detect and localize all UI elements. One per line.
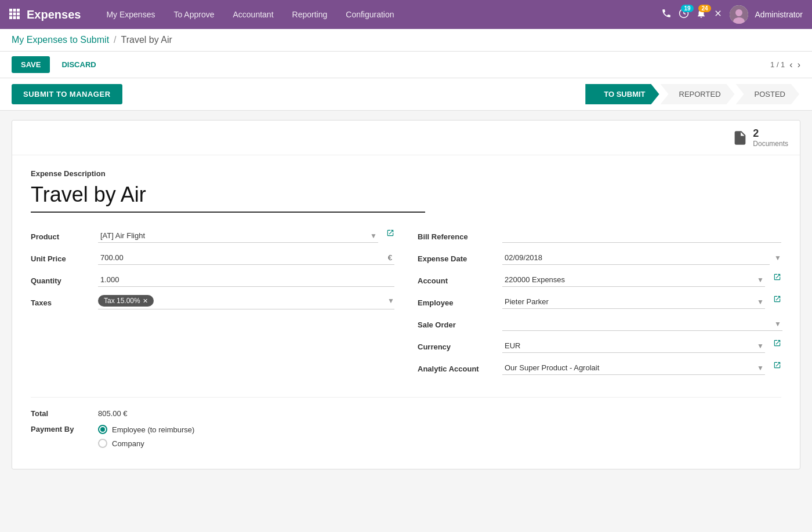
account-external-link-icon[interactable] [773, 273, 781, 283]
breadcrumb-parent[interactable]: My Expenses to Submit [12, 35, 109, 45]
total-row: Total 805.00 € [31, 409, 781, 418]
employee-label: Employee [418, 295, 493, 307]
svg-point-11 [735, 9, 742, 16]
pagination-prev[interactable]: ‹ [789, 60, 792, 70]
payment-company-radio[interactable] [98, 439, 107, 448]
totals-section: Total 805.00 € Payment By Employee (to r… [31, 397, 781, 448]
expense-date-input[interactable] [502, 251, 770, 265]
currency-control: EUR ▼ [502, 339, 764, 353]
svg-rect-4 [13, 12, 16, 15]
menu-accountant[interactable]: Accountant [225, 6, 282, 23]
sale-order-label: Sale Order [418, 317, 493, 329]
pagination-count: 1 / 1 [770, 60, 785, 69]
taxes-label: Taxes [31, 295, 89, 307]
svg-rect-2 [17, 9, 20, 12]
bill-ref-row: Bill Reference [418, 229, 781, 243]
currency-select[interactable]: EUR [502, 339, 765, 353]
product-select[interactable]: [AT] Air Flight [98, 229, 378, 243]
product-external-link-icon[interactable] [386, 229, 394, 239]
quantity-row: Quantity [31, 273, 394, 287]
breadcrumb-bar: My Expenses to Submit / Travel by Air [0, 29, 812, 52]
unit-price-control: € [98, 251, 394, 265]
tax-tag: Tax 15.00% ✕ [98, 295, 154, 307]
grid-icon[interactable] [9, 9, 20, 21]
svg-rect-6 [9, 16, 12, 19]
card-header: 2 Documents [12, 121, 800, 155]
tax-tag-label: Tax 15.00% [104, 297, 140, 305]
payment-employee-option[interactable]: Employee (to reimburse) [98, 425, 194, 434]
breadcrumb-current: Travel by Air [121, 35, 172, 45]
currency-row: Currency EUR ▼ [418, 339, 781, 353]
taxes-dropdown-arrow[interactable]: ▼ [387, 297, 394, 305]
quantity-label: Quantity [31, 273, 89, 285]
unit-price-suffix: € [388, 253, 392, 262]
notification-icon[interactable]: 24 [696, 8, 706, 21]
payment-label: Payment By [31, 425, 89, 433]
action-bar: SAVE DISCARD 1 / 1 ‹ › [0, 52, 812, 78]
payment-row: Payment By Employee (to reimburse) Compa… [31, 425, 781, 448]
pagination-next[interactable]: › [798, 60, 800, 70]
product-control: [AT] Air Flight ▼ [98, 229, 377, 243]
discard-button[interactable]: DISCARD [57, 56, 100, 73]
expense-date-control: ▼ [502, 251, 781, 265]
payment-company-label: Company [112, 439, 144, 448]
unit-price-label: Unit Price [31, 251, 89, 263]
save-button[interactable]: SAVE [12, 56, 50, 73]
expense-title[interactable]: Travel by Air [31, 183, 425, 213]
payment-company-option[interactable]: Company [98, 439, 194, 448]
sale-order-row: Sale Order ▼ [418, 317, 781, 331]
employee-external-link-icon[interactable] [773, 295, 781, 305]
taxes-control: Tax 15.00% ✕ ▼ [98, 295, 394, 309]
menu-reporting[interactable]: Reporting [284, 6, 336, 23]
status-steps: TO SUBMIT REPORTED POSTED [585, 84, 800, 104]
card-body: Expense Description Travel by Air Produc… [12, 155, 800, 469]
svg-rect-1 [13, 9, 16, 12]
currency-external-link-icon[interactable] [773, 339, 781, 349]
analytic-account-row: Analytic Account Our Super Product - Agr… [418, 361, 781, 375]
account-row: Account 220000 Expenses ▼ [418, 273, 781, 287]
documents-count: 2 [753, 127, 788, 140]
main-content: 2 Documents Expense Description Travel b… [0, 111, 812, 479]
top-navigation: Expenses My Expenses To Approve Accounta… [0, 0, 812, 29]
documents-widget[interactable]: 2 Documents [732, 127, 788, 148]
sale-order-select[interactable] [502, 317, 782, 331]
product-row: Product [AT] Air Flight ▼ [31, 229, 394, 243]
breadcrumb: My Expenses to Submit / Travel by Air [12, 35, 172, 45]
username-label: Administrator [755, 10, 803, 19]
sale-order-control: ▼ [502, 317, 781, 331]
account-select[interactable]: 220000 Expenses [502, 273, 765, 287]
menu-to-approve[interactable]: To Approve [165, 6, 222, 23]
payment-employee-radio[interactable] [98, 425, 107, 434]
total-value: 805.00 € [98, 409, 128, 418]
activity-icon[interactable]: 19 [679, 8, 689, 21]
breadcrumb-separator: / [114, 35, 116, 45]
total-label: Total [31, 409, 89, 418]
phone-icon[interactable] [661, 8, 672, 21]
analytic-account-select[interactable]: Our Super Product - Agrolait [502, 361, 765, 375]
documents-label: Documents [753, 140, 788, 148]
unit-price-row: Unit Price € [31, 251, 394, 265]
svg-rect-0 [9, 9, 12, 12]
quantity-input[interactable] [98, 273, 394, 287]
employee-select[interactable]: Pieter Parker [502, 295, 765, 309]
bill-ref-control [502, 229, 781, 243]
bill-ref-input[interactable] [502, 229, 781, 243]
employee-control: Pieter Parker ▼ [502, 295, 764, 309]
quantity-control [98, 273, 394, 287]
menu-configuration[interactable]: Configuration [338, 6, 402, 23]
pagination: 1 / 1 ‹ › [770, 60, 800, 70]
analytic-account-external-link-icon[interactable] [773, 361, 781, 371]
menu-my-expenses[interactable]: My Expenses [98, 6, 163, 23]
payment-options: Employee (to reimburse) Company [98, 425, 194, 448]
status-step-posted: POSTED [736, 84, 799, 104]
expense-date-dropdown-arrow: ▼ [774, 254, 781, 262]
main-menu: My Expenses To Approve Accountant Report… [98, 6, 661, 23]
svg-rect-5 [17, 12, 20, 15]
tax-tag-remove[interactable]: ✕ [143, 297, 148, 305]
unit-price-input[interactable] [98, 251, 394, 265]
form-right: Bill Reference Expense Date ▼ [418, 229, 781, 383]
submit-to-manager-button[interactable]: SUBMIT TO MANAGER [12, 84, 122, 104]
avatar[interactable] [730, 5, 748, 24]
close-icon[interactable] [713, 9, 723, 21]
product-label: Product [31, 229, 89, 241]
